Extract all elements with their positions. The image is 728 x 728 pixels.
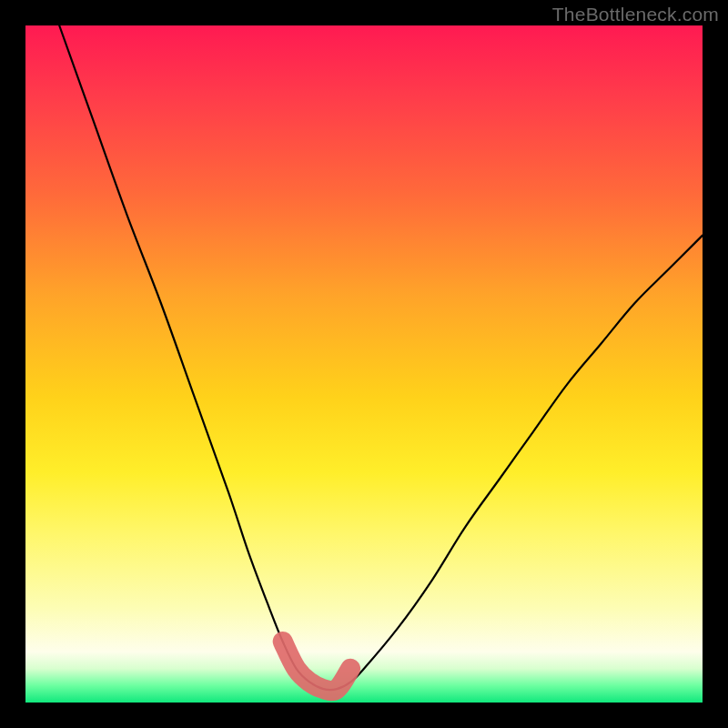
- plot-area: [25, 25, 703, 703]
- curve-path: [59, 25, 703, 690]
- curve-svg: [25, 25, 703, 703]
- watermark-text: TheBottleneck.com: [552, 4, 719, 25]
- chart-frame: TheBottleneck.com: [0, 0, 728, 728]
- highlight-path: [283, 642, 350, 691]
